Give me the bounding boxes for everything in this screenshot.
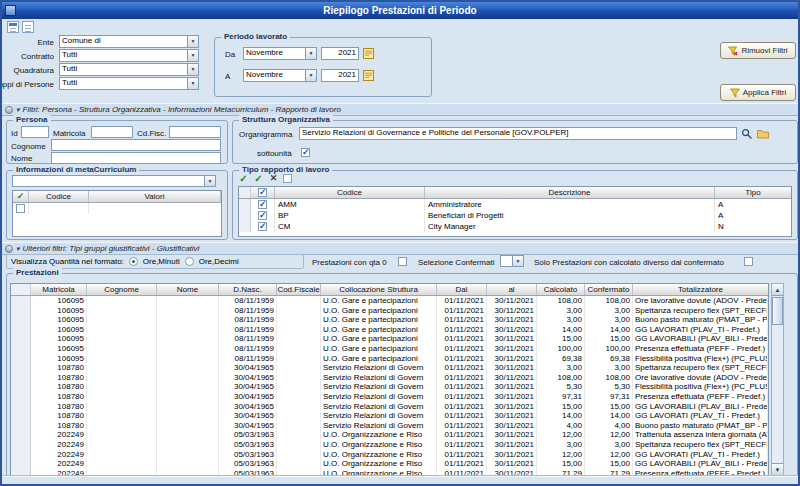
row-selector[interactable] [11, 344, 31, 354]
row-selector[interactable] [11, 392, 31, 402]
scroll-down-icon[interactable]: ▼ [772, 463, 783, 475]
select-all-icon[interactable] [238, 173, 249, 184]
collapse-arrow-icon[interactable]: ▾ [16, 245, 20, 253]
a-calendar-icon[interactable] [363, 70, 374, 81]
search-icon[interactable] [741, 128, 753, 140]
row-selector[interactable] [11, 373, 31, 383]
row-selector[interactable] [239, 210, 251, 221]
id-field[interactable] [21, 126, 49, 138]
dnasc-column-header[interactable]: D.Nasc. [219, 284, 277, 295]
selezione-confermati-combo[interactable] [500, 255, 524, 267]
prestazioni-row[interactable]: 10878030/04/1965Servizio Relazioni di Go… [11, 382, 768, 392]
prestazioni-row[interactable]: 10609508/11/1959U.O. Gare e partecipazio… [11, 296, 768, 306]
row-checkbox[interactable] [251, 199, 275, 210]
valori-column-header[interactable]: Valori [89, 191, 221, 202]
tipo-rapporto-row[interactable]: CMCity ManagerN [239, 221, 791, 232]
row-selector[interactable] [11, 402, 31, 412]
matricola-column-header[interactable]: Matricola [31, 284, 87, 295]
tipo-rapporto-row[interactable]: AMMAmministratoreA [239, 199, 791, 210]
row-selector[interactable] [11, 411, 31, 421]
chevron-down-icon[interactable] [512, 256, 523, 266]
chevron-down-icon[interactable] [305, 70, 316, 81]
applica-filtri-button[interactable]: Applica Filtri [720, 84, 796, 101]
row-selector[interactable] [11, 334, 31, 344]
rimuovi-filtri-button[interactable]: Rimuovi Filtri [720, 42, 796, 59]
row-selector[interactable] [11, 296, 31, 306]
cognome-column-header[interactable]: Cognome [87, 284, 157, 295]
row-selector[interactable] [11, 315, 31, 325]
row-selector[interactable] [11, 382, 31, 392]
cdfisc-field[interactable] [169, 126, 221, 138]
prestazioni-row[interactable]: 20224905/03/1963U.O. Organizzazione e Ri… [11, 430, 768, 440]
checkbox-checked-icon[interactable] [258, 222, 267, 231]
prestazioni-row[interactable]: 10609508/11/1959U.O. Gare e partecipazio… [11, 334, 768, 344]
contratto-combo[interactable]: Tutti [59, 49, 199, 62]
row-selector[interactable] [11, 325, 31, 335]
al-column-header[interactable]: al [487, 284, 537, 295]
scroll-up-icon[interactable]: ▲ [772, 284, 783, 296]
deselect-all-icon[interactable] [268, 173, 279, 184]
da-year-input[interactable]: 2021 [321, 47, 359, 60]
solo-prestazioni-checkbox[interactable] [744, 257, 753, 266]
vertical-scrollbar[interactable]: ▲ ▼ [771, 283, 784, 476]
row-selector[interactable] [11, 306, 31, 316]
prestazioni-row[interactable]: 20224905/03/1963U.O. Organizzazione e Ri… [11, 440, 768, 450]
prestazioni-row[interactable]: 10878030/04/1965Servizio Relazioni di Go… [11, 421, 768, 431]
row-selector[interactable] [11, 430, 31, 440]
quadratura-combo[interactable]: Tutti [59, 63, 199, 76]
row-selector[interactable] [11, 440, 31, 450]
checkbox-unchecked[interactable] [16, 204, 25, 213]
da-month-combo[interactable]: Novembre [243, 47, 317, 60]
chevron-down-icon[interactable] [204, 176, 215, 186]
select-column-header[interactable] [13, 191, 29, 202]
row-selector[interactable] [239, 199, 251, 210]
select-column-header[interactable] [251, 187, 275, 198]
chevron-down-icon[interactable] [187, 50, 198, 61]
row-selector[interactable] [11, 354, 31, 364]
codfiscale-column-header[interactable]: Cod.Fiscale [277, 284, 321, 295]
prestazioni-row[interactable]: 10878030/04/1965Servizio Relazioni di Go… [11, 373, 768, 383]
descrizione-column-header[interactable]: Descrizione [425, 187, 715, 198]
a-month-combo[interactable]: Novembre [243, 69, 317, 82]
header-checkbox[interactable] [258, 188, 267, 197]
clear-selection-icon[interactable] [283, 174, 292, 183]
matricola-field[interactable] [91, 126, 133, 138]
tipo-rapporto-row[interactable]: BPBeneficiari di ProgettiA [239, 210, 791, 221]
prestazioni-row[interactable]: 10878030/04/1965Servizio Relazioni di Go… [11, 392, 768, 402]
prestazioni-row[interactable]: 10609508/11/1959U.O. Gare e partecipazio… [11, 306, 768, 316]
prestazioni-row[interactable]: 10609508/11/1959U.O. Gare e partecipazio… [11, 354, 768, 364]
prestazioni-row[interactable]: 20224905/03/1963U.O. Organizzazione e Ri… [11, 450, 768, 460]
prestazioni-row[interactable]: 10609508/11/1959U.O. Gare e partecipazio… [11, 344, 768, 354]
folder-icon[interactable] [757, 129, 769, 139]
ore-decimi-radio[interactable] [185, 257, 194, 266]
chevron-down-icon[interactable] [187, 64, 198, 75]
chevron-down-icon[interactable] [187, 78, 198, 89]
prestazioni-row[interactable]: 10878030/04/1965Servizio Relazioni di Go… [11, 411, 768, 421]
confermato-column-header[interactable]: Confermato [585, 284, 633, 295]
da-calendar-icon[interactable] [363, 48, 374, 59]
cognome-field[interactable] [51, 139, 221, 151]
row-selector[interactable] [11, 450, 31, 460]
select-confirmed-icon[interactable] [253, 173, 264, 184]
metacurriculum-row[interactable] [13, 203, 221, 214]
row-selector[interactable] [11, 469, 31, 476]
a-year-input[interactable]: 2021 [321, 69, 359, 82]
totalizzatore-column-header[interactable]: Totalizzatore [633, 284, 768, 295]
prestazioni-row[interactable]: 10609508/11/1959U.O. Gare e partecipazio… [11, 325, 768, 335]
sottounita-checkbox[interactable] [301, 148, 310, 157]
organigramma-field[interactable]: Servizio Relazioni di Governance e Polit… [299, 127, 737, 140]
chevron-down-icon[interactable] [305, 48, 316, 59]
tipo-column-header[interactable]: Tipo [715, 187, 791, 198]
prestazioni-row[interactable]: 10878030/04/1965Servizio Relazioni di Go… [11, 363, 768, 373]
collocazione-column-header[interactable]: Collocazione Struttura [321, 284, 437, 295]
checkbox-checked-icon[interactable] [258, 200, 267, 209]
checkbox-checked-icon[interactable] [258, 211, 267, 220]
chevron-down-icon[interactable] [187, 36, 198, 47]
row-selector[interactable] [11, 421, 31, 431]
table-icon[interactable] [7, 21, 19, 33]
ore-minuti-radio[interactable] [129, 257, 138, 266]
metacurriculum-combo[interactable] [12, 175, 216, 187]
collapse-arrow-icon[interactable]: ▾ [16, 106, 20, 114]
row-selector[interactable] [11, 363, 31, 373]
title-bar[interactable]: Riepilogo Prestazioni di Periodo [2, 2, 798, 19]
